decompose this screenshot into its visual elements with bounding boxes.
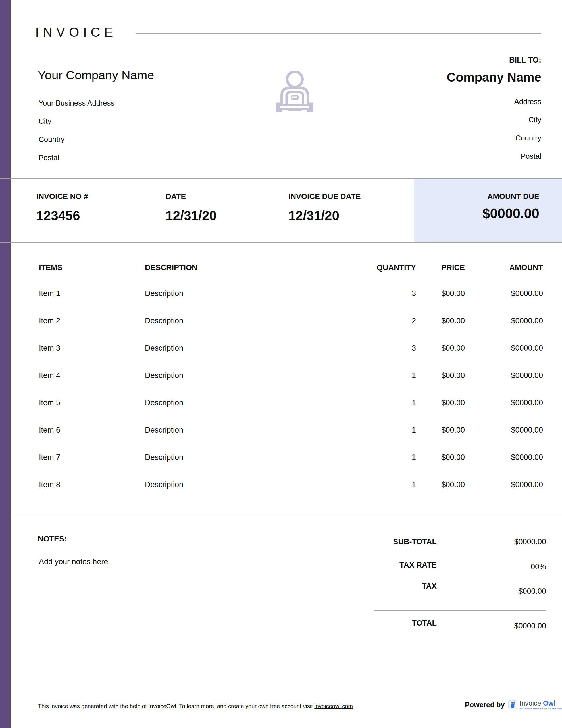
row-amount: $0000.00 [466,344,544,353]
invoice-date-label: DATE [166,192,186,201]
bill-to-country: Country [447,129,541,147]
row-item: Item 6 [36,426,142,435]
table-row: Item 5 Description 1 $00.00 $0000.00 [36,389,544,416]
row-quantity: 1 [301,426,417,435]
row-item: Item 3 [36,344,142,353]
header-price: PRICE [417,263,466,272]
row-amount: $0000.00 [466,317,544,325]
row-description: Description [142,344,301,353]
invoice-due-date-value: 12/31/20 [288,208,361,223]
invoice-page: INVOICE Your Company Name Your Business … [0,0,562,728]
header-quantity: QUANTITY [301,263,417,272]
bill-to-block: BILL TO: Company Name Address City Count… [447,56,541,165]
row-quantity: 1 [301,398,417,407]
invoice-number-label: INVOICE NO # [36,192,88,201]
row-quantity: 3 [301,344,417,353]
row-price: $00.00 [417,317,466,325]
row-price: $00.00 [417,398,466,407]
company-address-country: Country [39,130,114,148]
row-description: Description [142,398,301,407]
header-items: ITEMS [36,263,142,272]
bill-to-company-name: Company Name [447,70,541,84]
meta-band-bottom-line [0,242,562,243]
page-title: INVOICE [35,24,117,40]
bill-to-city: City [447,111,541,129]
row-item: Item 1 [36,289,142,298]
title-divider [136,33,541,34]
bill-to-postal: Postal [447,147,541,165]
footer-note: This invoice was generated with the help… [38,703,353,710]
table-row: Item 2 Description 2 $00.00 $0000.00 [36,307,544,334]
total-divider [374,610,546,611]
row-item: Item 7 [36,453,142,462]
row-quantity: 1 [301,371,417,380]
row-amount: $0000.00 [466,453,544,462]
row-amount: $0000.00 [466,426,544,435]
row-item: Item 5 [36,398,142,407]
header-amount: AMOUNT [466,263,544,272]
row-amount: $0000.00 [466,480,544,489]
items-table-header: ITEMS DESCRIPTION QUANTITY PRICE AMOUNT [36,263,544,272]
row-quantity: 2 [301,317,417,325]
row-description: Description [142,480,301,489]
table-row: Item 6 Description 1 $00.00 $0000.00 [36,416,544,444]
brand-tagline: Easy Invoice Generator for Mobile & Web [519,707,562,710]
total-label: TOTAL [412,619,437,628]
company-address-line: Your Business Address [39,94,114,112]
row-description: Description [142,426,301,435]
row-item: Item 8 [36,480,142,489]
row-description: Description [142,317,301,325]
brand-name: Invoice Owl [519,700,562,707]
owl-logo-icon [508,700,517,709]
invoice-due-date-label: INVOICE DUE DATE [288,192,361,201]
row-item: Item 2 [36,317,142,325]
row-quantity: 1 [301,480,417,489]
table-row: Item 4 Description 1 $00.00 $0000.00 [36,362,544,389]
bill-to-address-line: Address [447,92,541,111]
powered-by-block: Powered by Invoice Owl Easy In [465,700,562,710]
brand-text-block: Invoice Owl Easy Invoice Generator for M… [519,700,562,710]
tax-value: $000.00 [518,587,546,596]
amount-due-value: $0000.00 [482,206,539,221]
row-description: Description [142,289,301,298]
subtotal-label: SUB-TOTAL [393,537,437,546]
bill-to-label: BILL TO: [447,56,541,65]
invoice-due-date-field: INVOICE DUE DATE 12/31/20 [288,192,361,223]
invoice-number-field: INVOICE NO # 123456 [36,192,88,223]
row-description: Description [142,371,301,380]
row-price: $00.00 [417,344,466,353]
tax-label: TAX [422,582,437,591]
row-price: $00.00 [417,289,466,298]
company-address-block: Your Business Address City Country Posta… [39,94,114,167]
company-address-city: City [39,112,114,130]
row-amount: $0000.00 [466,289,544,298]
powered-by-label: Powered by [465,701,505,709]
row-item: Item 4 [36,371,142,380]
total-value: $0000.00 [514,622,546,630]
header-description: DESCRIPTION [142,263,301,272]
table-row: Item 8 Description 1 $00.00 $0000.00 [36,471,544,498]
section-divider [0,516,562,516]
invoice-date-field: DATE 12/31/20 [166,192,217,223]
row-quantity: 1 [301,453,417,462]
invoiceowl-link[interactable]: invoiceowl.com [314,703,353,709]
row-price: $00.00 [417,426,466,435]
tax-rate-label: TAX RATE [399,561,437,570]
person-desk-icon [272,71,318,116]
row-description: Description [142,453,301,462]
company-address-postal: Postal [39,148,114,167]
notes-text: Add your notes here [39,557,108,566]
meta-band-top-line [0,178,562,179]
brand-invoice-text: Invoice [519,699,541,707]
tax-rate-value: 00% [531,562,546,571]
amount-due-label: AMOUNT DUE [487,192,539,201]
table-row: Item 7 Description 1 $00.00 $0000.00 [36,444,544,471]
row-price: $00.00 [417,480,466,489]
invoice-date-value: 12/31/20 [166,208,217,223]
table-row: Item 3 Description 3 $00.00 $0000.00 [36,334,544,362]
items-table-body: Item 1 Description 3 $00.00 $0000.00 Ite… [36,280,544,498]
table-row: Item 1 Description 3 $00.00 $0000.00 [36,280,544,307]
row-amount: $0000.00 [466,398,544,407]
notes-label: NOTES: [38,535,67,543]
row-amount: $0000.00 [466,371,544,380]
